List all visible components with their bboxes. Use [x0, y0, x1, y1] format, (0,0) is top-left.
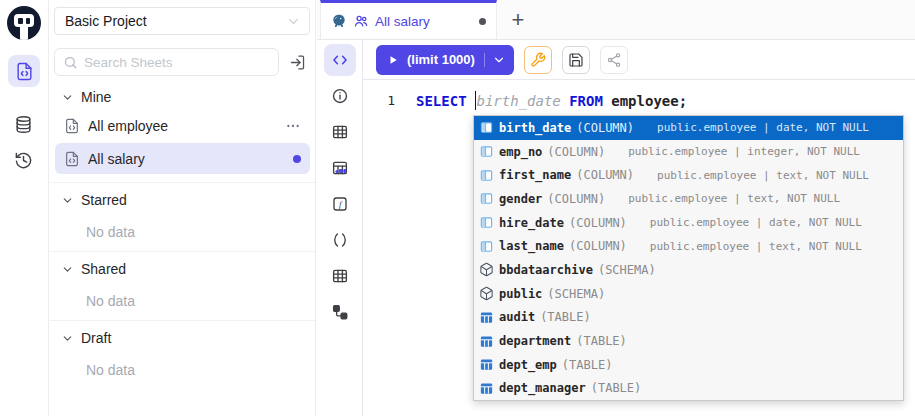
section-label: Shared	[81, 261, 126, 277]
column-kind-icon	[479, 120, 494, 135]
line-number: 1	[363, 93, 395, 108]
editor-toolbar: (limit 1000)	[363, 40, 915, 80]
project-select[interactable]: Basic Project	[54, 7, 310, 35]
chevron-down-icon[interactable]	[484, 53, 506, 67]
completion-item[interactable]: dept_manager (TABLE)	[474, 377, 903, 401]
identifier-employee: employee;	[611, 93, 687, 109]
main-area: All salary + f (limit 1000)	[317, 0, 915, 416]
code-icon	[331, 51, 349, 69]
editor-column: (limit 1000) 1	[362, 40, 915, 416]
completion-item[interactable]: public (SCHEMA)	[474, 282, 903, 306]
strip-item-views[interactable]	[324, 260, 356, 292]
info-icon	[331, 87, 349, 105]
strip-item-external-tables[interactable]	[324, 152, 356, 184]
table-colored-icon	[331, 159, 349, 177]
play-icon	[387, 54, 399, 66]
run-button-label: (limit 1000)	[407, 52, 475, 67]
chevron-down-icon	[61, 332, 74, 345]
completion-item[interactable]: bbdataarchive (SCHEMA)	[474, 258, 903, 282]
rail-item-history[interactable]	[8, 145, 38, 175]
sheet-item-all-salary[interactable]: All salary	[55, 143, 310, 174]
strip-item-procedures[interactable]	[324, 224, 356, 256]
section-header[interactable]: Starred	[50, 183, 315, 211]
rail-item-databases[interactable]	[8, 109, 38, 139]
keyword-from: FROM	[569, 93, 603, 109]
new-tab-button[interactable]: +	[497, 0, 539, 39]
search-input[interactable]	[84, 55, 270, 70]
table-kind-icon	[479, 357, 494, 372]
completion-item[interactable]: gender (COLUMN) public.employee | text, …	[474, 187, 903, 211]
format-sql-button[interactable]	[524, 46, 552, 74]
section-draft: Draft No data	[50, 321, 315, 389]
column-kind-icon	[479, 191, 494, 206]
schema-kind-icon	[479, 286, 494, 301]
strip-item-schema-diagram[interactable]	[324, 296, 356, 328]
strip-item-tables[interactable]	[324, 116, 356, 148]
column-kind-icon	[479, 215, 494, 230]
section-shared: Shared No data	[50, 252, 315, 321]
search-icon	[63, 55, 78, 70]
chevron-down-icon	[61, 194, 74, 207]
code-line: 1 SELECT birth_date FROM employee;	[363, 80, 915, 110]
section-label: Starred	[81, 192, 127, 208]
strip-item-info[interactable]	[324, 80, 356, 112]
column-kind-icon	[479, 239, 494, 254]
schema-kind-icon	[479, 262, 494, 277]
autocomplete-dropdown: birth_date (COLUMN) public.employee | da…	[473, 115, 904, 401]
search-box[interactable]	[54, 48, 279, 76]
sql-editor[interactable]: 1 SELECT birth_date FROM employee;	[363, 80, 915, 416]
save-sheet-button[interactable]	[562, 46, 590, 74]
tab-all-salary[interactable]: All salary	[320, 0, 497, 39]
section-header[interactable]: Draft	[50, 321, 315, 349]
tab-dirty-dot	[479, 18, 486, 25]
column-kind-icon	[479, 168, 494, 183]
share-icon	[606, 52, 622, 68]
schema-diagram-icon	[331, 303, 349, 321]
strip-item-functions[interactable]: f	[324, 188, 356, 220]
tab-bar: All salary +	[317, 0, 915, 40]
empty-placeholder: No data	[50, 224, 315, 240]
more-actions-icon[interactable]	[285, 118, 301, 134]
import-icon	[289, 54, 306, 71]
completion-item[interactable]: emp_no (COLUMN) public.employee | intege…	[474, 140, 903, 164]
completion-item[interactable]: birth_date (COLUMN) public.employee | da…	[474, 116, 903, 140]
tab-label: All salary	[375, 14, 430, 29]
completion-item[interactable]: dept_emp (TABLE)	[474, 353, 903, 377]
group-icon	[353, 13, 369, 29]
section-starred: Starred No data	[50, 183, 315, 252]
completion-item[interactable]: hire_date (COLUMN) public.employee | dat…	[474, 211, 903, 235]
history-icon	[14, 151, 33, 170]
section-mine: Mine All employee All salary	[50, 80, 315, 183]
bytebase-logo[interactable]	[7, 6, 41, 40]
svg-text:f: f	[339, 199, 343, 209]
sheet-status-dot	[293, 155, 301, 163]
run-query-button[interactable]: (limit 1000)	[376, 45, 514, 75]
section-label: Draft	[81, 330, 111, 346]
sheet-item-all-employee[interactable]: All employee	[55, 110, 310, 141]
table-kind-icon	[479, 334, 494, 349]
completion-item[interactable]: department (TABLE)	[474, 329, 903, 353]
table-icon	[331, 267, 349, 285]
database-icon	[14, 115, 33, 134]
wrench-icon	[530, 52, 546, 68]
import-sheet-button[interactable]	[284, 49, 310, 75]
content-area: f (limit 1000)	[317, 40, 915, 416]
strip-item-worksheet[interactable]	[324, 44, 356, 76]
table-icon	[331, 123, 349, 141]
completion-item[interactable]: last_name (COLUMN) public.employee | tex…	[474, 234, 903, 258]
column-kind-icon	[479, 144, 494, 159]
sheet-sidebar: Basic Project Mine All employee All sala…	[50, 0, 316, 416]
section-header[interactable]: Shared	[50, 252, 315, 280]
empty-placeholder: No data	[50, 293, 315, 309]
share-sheet-button[interactable]	[600, 46, 628, 74]
schema-panel-strip: f	[317, 40, 362, 416]
empty-placeholder: No data	[50, 362, 315, 378]
left-rail	[0, 0, 49, 416]
rail-item-sheets[interactable]	[8, 55, 40, 87]
completion-item[interactable]: first_name (COLUMN) public.employee | te…	[474, 163, 903, 187]
section-header[interactable]: Mine	[50, 80, 315, 108]
rail-nav	[8, 40, 40, 175]
completion-item[interactable]: audit (TABLE)	[474, 306, 903, 330]
sql-editor-app: Basic Project Mine All employee All sala…	[0, 0, 915, 416]
chevron-down-icon	[286, 14, 301, 29]
